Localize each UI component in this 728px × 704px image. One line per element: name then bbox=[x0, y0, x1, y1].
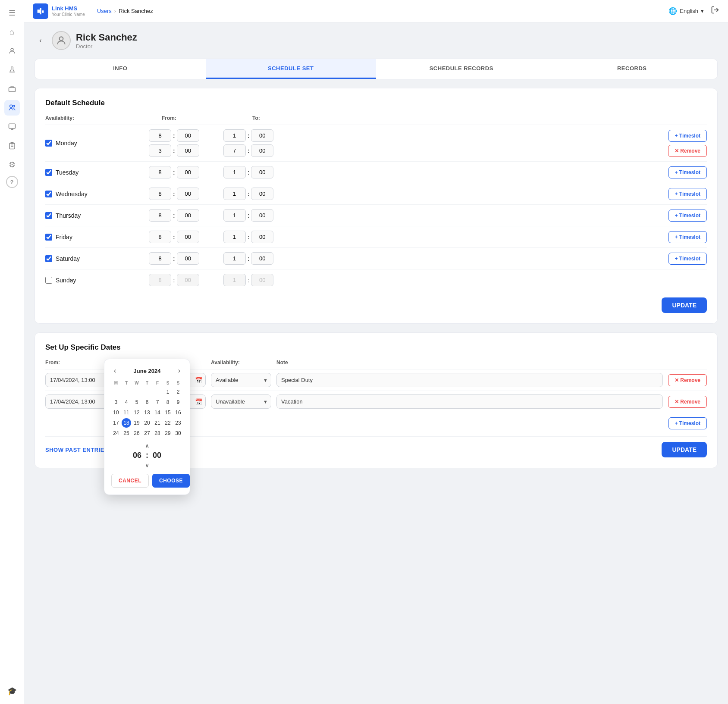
friday-to-h[interactable] bbox=[223, 231, 246, 243]
specific-note-1[interactable] bbox=[276, 373, 663, 387]
friday-checkbox[interactable] bbox=[45, 234, 52, 241]
cal-day-8[interactable]: 8 bbox=[163, 397, 173, 407]
wednesday-to-m[interactable] bbox=[251, 188, 273, 200]
saturday-to-h[interactable] bbox=[223, 252, 246, 265]
specific-note-2[interactable] bbox=[276, 394, 663, 409]
hour-down-button[interactable]: ∨ bbox=[143, 462, 151, 469]
cal-day-17[interactable]: 17 bbox=[111, 418, 121, 428]
thursday-to-m[interactable] bbox=[251, 209, 273, 222]
language-button[interactable]: 🌐 English ▾ bbox=[668, 7, 704, 15]
cal-day-22[interactable]: 22 bbox=[163, 418, 173, 428]
monday-from-h-1[interactable] bbox=[149, 129, 171, 142]
cal-day-20[interactable]: 20 bbox=[142, 418, 152, 428]
specific-remove-1[interactable]: ✕ Remove bbox=[668, 374, 707, 386]
sidebar-icon-person[interactable] bbox=[4, 43, 20, 59]
friday-from-m[interactable] bbox=[177, 231, 199, 243]
cal-day-27[interactable]: 27 bbox=[142, 429, 152, 438]
cal-day-21[interactable]: 21 bbox=[153, 418, 162, 428]
cal-day-26[interactable]: 26 bbox=[132, 429, 141, 438]
tuesday-to-h[interactable] bbox=[223, 166, 246, 178]
monday-add-timeslot[interactable]: + Timeslot bbox=[668, 130, 707, 142]
sidebar-icon-briefcase[interactable] bbox=[4, 81, 20, 97]
calendar-next-button[interactable]: › bbox=[176, 366, 183, 375]
friday-add-timeslot[interactable]: + Timeslot bbox=[668, 231, 707, 243]
sidebar-icon-users[interactable] bbox=[4, 100, 20, 116]
cal-day-5[interactable]: 5 bbox=[132, 397, 141, 407]
cal-day-30[interactable]: 30 bbox=[173, 429, 183, 438]
wednesday-from-m[interactable] bbox=[177, 188, 199, 200]
specific-avail-1[interactable]: Available Unavailable bbox=[211, 373, 271, 387]
specific-remove-2[interactable]: ✕ Remove bbox=[668, 396, 707, 408]
saturday-to-m[interactable] bbox=[251, 252, 273, 265]
cal-day-19[interactable]: 19 bbox=[132, 418, 141, 428]
sidebar-icon-flask[interactable] bbox=[4, 62, 20, 78]
tab-schedule-set[interactable]: SCHEDULE SET bbox=[206, 59, 377, 79]
sunday-to-h[interactable] bbox=[223, 274, 246, 286]
saturday-add-timeslot[interactable]: + Timeslot bbox=[668, 253, 707, 265]
cal-day-23[interactable]: 23 bbox=[173, 418, 183, 428]
sidebar-icon-monitor[interactable] bbox=[4, 119, 20, 135]
cal-day-10[interactable]: 10 bbox=[111, 408, 121, 417]
tab-schedule-records[interactable]: SCHEDULE RECORDS bbox=[376, 59, 547, 79]
thursday-checkbox[interactable] bbox=[45, 212, 52, 219]
default-schedule-update-button[interactable]: UPDATE bbox=[662, 297, 707, 313]
tab-info[interactable]: INFO bbox=[35, 59, 206, 79]
wednesday-add-timeslot[interactable]: + Timeslot bbox=[668, 188, 707, 200]
cal-day-16[interactable]: 16 bbox=[173, 408, 183, 417]
calendar-icon-2[interactable]: 📅 bbox=[195, 377, 202, 384]
cal-day-11[interactable]: 11 bbox=[122, 408, 131, 417]
sidebar-icon-menu[interactable]: ☰ bbox=[4, 5, 20, 21]
friday-from-h[interactable] bbox=[149, 231, 171, 243]
tuesday-from-h[interactable] bbox=[149, 166, 171, 178]
cal-day-7[interactable]: 7 bbox=[153, 397, 162, 407]
cal-day-28[interactable]: 28 bbox=[153, 429, 162, 438]
sunday-from-h[interactable] bbox=[149, 274, 171, 286]
wednesday-from-h[interactable] bbox=[149, 188, 171, 200]
tuesday-from-m[interactable] bbox=[177, 166, 199, 178]
sidebar-icon-graduation[interactable]: 🎓 bbox=[4, 683, 20, 699]
cal-day-18[interactable]: 18 bbox=[122, 418, 131, 428]
breadcrumb-users[interactable]: Users bbox=[97, 8, 112, 14]
sidebar-icon-home[interactable]: ⌂ bbox=[4, 24, 20, 40]
sunday-from-m[interactable] bbox=[177, 274, 199, 286]
specific-avail-2[interactable]: Available Unavailable bbox=[211, 394, 271, 409]
cal-day-9[interactable]: 9 bbox=[173, 397, 183, 407]
friday-to-m[interactable] bbox=[251, 231, 273, 243]
monday-from-m-2[interactable] bbox=[177, 144, 199, 157]
sunday-to-m[interactable] bbox=[251, 274, 273, 286]
sidebar-icon-clipboard[interactable] bbox=[4, 138, 20, 153]
tuesday-add-timeslot[interactable]: + Timeslot bbox=[668, 166, 707, 178]
thursday-to-h[interactable] bbox=[223, 209, 246, 222]
cal-day-4[interactable]: 4 bbox=[122, 397, 131, 407]
specific-add-timeslot[interactable]: + Timeslot bbox=[668, 417, 707, 429]
cal-day-29[interactable]: 29 bbox=[163, 429, 173, 438]
cal-day-12[interactable]: 12 bbox=[132, 408, 141, 417]
cal-day-25[interactable]: 25 bbox=[122, 429, 131, 438]
cal-day-14[interactable]: 14 bbox=[153, 408, 162, 417]
tuesday-checkbox[interactable] bbox=[45, 169, 52, 176]
logout-icon[interactable] bbox=[711, 6, 719, 16]
calendar-prev-button[interactable]: ‹ bbox=[111, 366, 119, 375]
saturday-checkbox[interactable] bbox=[45, 255, 52, 262]
calendar-cancel-button[interactable]: CANCEL bbox=[111, 474, 149, 488]
monday-from-h-2[interactable] bbox=[149, 144, 171, 157]
sidebar-icon-settings[interactable]: ⚙ bbox=[4, 157, 20, 172]
cal-day-3[interactable]: 3 bbox=[111, 397, 121, 407]
back-button[interactable]: ‹ bbox=[35, 34, 47, 47]
cal-day-1[interactable]: 1 bbox=[163, 387, 173, 397]
saturday-from-m[interactable] bbox=[177, 252, 199, 265]
wednesday-to-h[interactable] bbox=[223, 188, 246, 200]
thursday-from-m[interactable] bbox=[177, 209, 199, 222]
thursday-add-timeslot[interactable]: + Timeslot bbox=[668, 210, 707, 222]
cal-day-15[interactable]: 15 bbox=[163, 408, 173, 417]
saturday-from-h[interactable] bbox=[149, 252, 171, 265]
monday-to-m-1[interactable] bbox=[251, 129, 273, 142]
sidebar-icon-help[interactable]: ? bbox=[6, 176, 18, 188]
show-past-entries-button[interactable]: SHOW PAST ENTRIES bbox=[45, 447, 108, 453]
calendar-icon-4[interactable]: 📅 bbox=[195, 398, 202, 405]
monday-to-h-1[interactable] bbox=[223, 129, 246, 142]
tuesday-to-m[interactable] bbox=[251, 166, 273, 178]
monday-from-m-1[interactable] bbox=[177, 129, 199, 142]
wednesday-checkbox[interactable] bbox=[45, 191, 52, 197]
cal-day-24[interactable]: 24 bbox=[111, 429, 121, 438]
